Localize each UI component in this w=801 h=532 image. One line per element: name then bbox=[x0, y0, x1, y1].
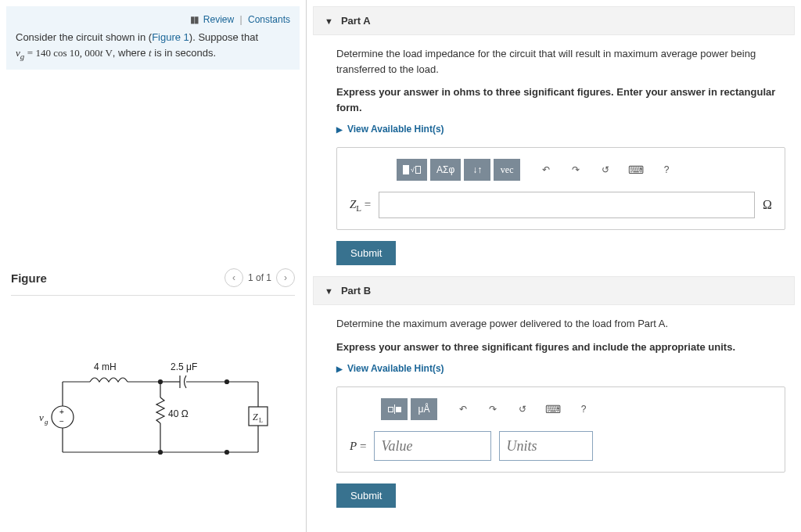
keyboard-button[interactable]: ⌨ bbox=[622, 159, 650, 181]
part-a-header[interactable]: ▼ Part A bbox=[313, 6, 795, 35]
figure-pager: ‹ 1 of 1 › bbox=[224, 268, 295, 287]
part-b-answer-area: μÅ ↶ ↷ ↺ ⌨ ? P = bbox=[336, 386, 785, 473]
reset-button[interactable]: ↺ bbox=[509, 398, 536, 420]
svg-text:4 mH: 4 mH bbox=[94, 361, 117, 372]
svg-text:2.5 μF: 2.5 μF bbox=[171, 361, 197, 372]
part-a-instruction: Express your answer in ohms to three sig… bbox=[336, 84, 785, 115]
redo-button[interactable]: ↷ bbox=[562, 159, 589, 181]
part-b-instruction: Express your answer to three significant… bbox=[336, 340, 785, 355]
part-a-answer-input[interactable] bbox=[379, 192, 755, 218]
keyboard-button[interactable]: ⌨ bbox=[539, 398, 567, 420]
part-a-lhs: ZL = bbox=[350, 198, 371, 213]
svg-text:v: v bbox=[39, 412, 44, 423]
template-picker-button[interactable] bbox=[381, 398, 408, 420]
help-button[interactable]: ? bbox=[570, 398, 597, 420]
svg-text:Z: Z bbox=[253, 412, 258, 422]
redo-button[interactable]: ↷ bbox=[480, 398, 506, 420]
review-link[interactable]: Review bbox=[203, 14, 234, 25]
part-a-question: Determine the load impedance for the cir… bbox=[336, 46, 785, 77]
figure-prev-button[interactable]: ‹ bbox=[224, 268, 243, 287]
part-a-unit: Ω bbox=[763, 198, 772, 212]
figure-next-button[interactable]: › bbox=[276, 268, 295, 287]
undo-button[interactable]: ↶ bbox=[450, 398, 476, 420]
svg-rect-13 bbox=[249, 407, 268, 426]
units-button[interactable]: μÅ bbox=[411, 398, 437, 420]
figure-1-link[interactable]: Figure 1 bbox=[152, 31, 189, 43]
problem-statement: Consider the circuit shown in (Figure 1)… bbox=[16, 30, 290, 62]
figure-pager-text: 1 of 1 bbox=[248, 272, 271, 283]
part-b-units-input[interactable] bbox=[499, 431, 593, 461]
part-a-hints-toggle[interactable]: View Available Hint(s) bbox=[336, 124, 444, 135]
part-b-header[interactable]: ▼ Part B bbox=[313, 276, 795, 305]
greek-letters-button[interactable]: ΑΣφ bbox=[430, 159, 461, 181]
part-b-lhs: P = bbox=[350, 440, 366, 453]
help-button[interactable]: ? bbox=[653, 159, 680, 181]
part-b-hints-toggle[interactable]: View Available Hint(s) bbox=[336, 363, 444, 374]
template-picker-button[interactable]: √ bbox=[397, 159, 427, 181]
caret-down-icon: ▼ bbox=[325, 16, 333, 26]
svg-text:g: g bbox=[45, 418, 48, 426]
reset-button[interactable]: ↺ bbox=[592, 159, 619, 181]
part-b-value-input[interactable] bbox=[374, 431, 491, 461]
vector-button[interactable]: vec bbox=[494, 159, 520, 181]
constants-link[interactable]: Constants bbox=[248, 14, 290, 25]
undo-button[interactable]: ↶ bbox=[533, 159, 559, 181]
caret-down-icon: ▼ bbox=[325, 286, 333, 296]
sub-super-button[interactable]: ↓↑ bbox=[464, 159, 490, 181]
part-b-question: Determine the maximum average power deli… bbox=[336, 316, 785, 332]
part-b-submit-button[interactable]: Submit bbox=[336, 483, 396, 508]
part-a-answer-area: √ ΑΣφ ↓↑ vec ↶ ↷ ↺ ⌨ ? ZL = bbox=[336, 147, 785, 230]
svg-text:+: + bbox=[59, 408, 64, 416]
svg-text:40 Ω: 40 Ω bbox=[168, 408, 189, 419]
figure-heading: Figure bbox=[11, 271, 47, 285]
svg-text:−: − bbox=[59, 417, 64, 426]
svg-text:L: L bbox=[259, 417, 263, 424]
circuit-diagram: + − bbox=[11, 350, 295, 470]
part-a-submit-button[interactable]: Submit bbox=[336, 241, 396, 265]
svg-point-17 bbox=[225, 451, 229, 455]
